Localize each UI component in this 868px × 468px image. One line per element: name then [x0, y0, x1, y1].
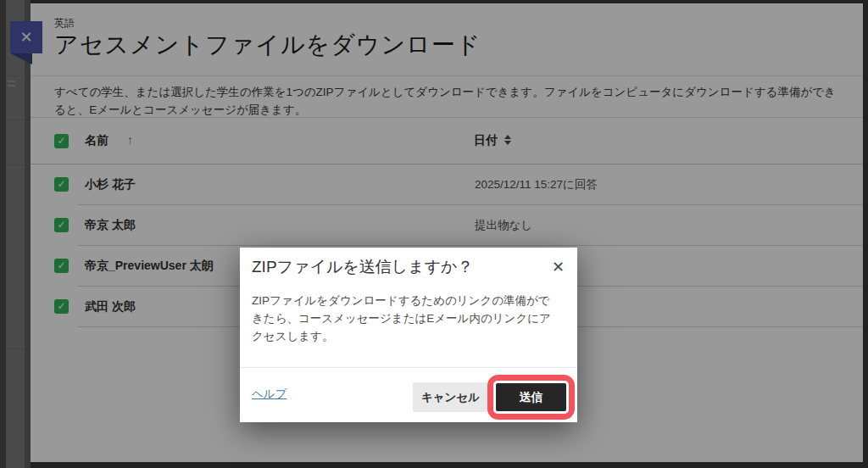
dialog-body-text: ZIPファイルをダウンロードするためのリンクの準備ができたら、コースメッセージま… — [252, 292, 557, 345]
cancel-button[interactable]: キャンセル — [413, 382, 488, 412]
dialog-title: ZIPファイルを送信しますか？ — [252, 256, 474, 278]
send-zip-dialog: ZIPファイルを送信しますか？ ✕ ZIPファイルをダウンロードするためのリンク… — [240, 248, 577, 422]
help-link[interactable]: ヘルプ — [252, 387, 287, 402]
annotation-highlight-gap: 送信 — [493, 381, 569, 414]
dialog-close-icon[interactable]: ✕ — [552, 258, 565, 276]
dialog-footer-divider — [240, 367, 577, 368]
annotation-highlight-ring: 送信 — [487, 375, 575, 420]
app-window: 英語 アセスメントファイルをダウンロード すべての学生、または選択した学生の作業… — [0, 0, 868, 468]
send-button[interactable]: 送信 — [496, 383, 566, 411]
